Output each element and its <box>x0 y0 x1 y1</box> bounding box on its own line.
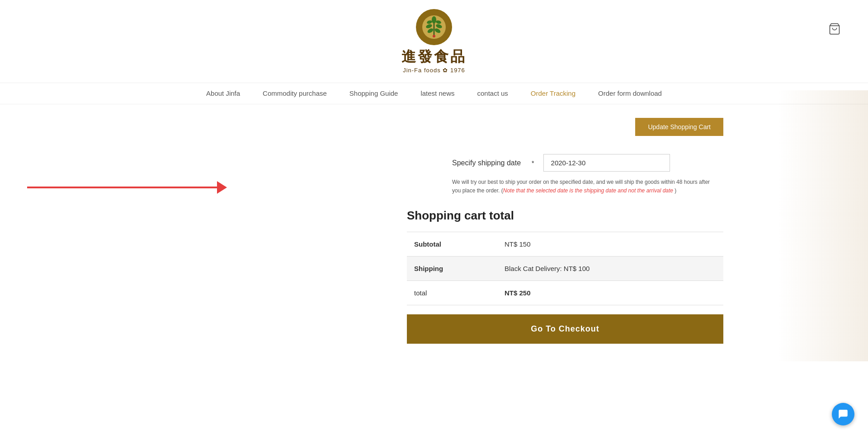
cart-total-section: Shopping cart total Subtotal NT$ 150 Shi… <box>407 209 723 305</box>
table-row-total: total NT$ 250 <box>407 281 723 305</box>
nav-item-about[interactable]: About Jinfa <box>206 89 240 98</box>
chat-bubble[interactable] <box>832 403 854 425</box>
logo-container: 進發食品 Jin-Fa foods ✿ 1976 <box>401 9 467 74</box>
main-content: Update Shopping Cart Specify shipping da… <box>118 104 750 357</box>
shipping-date-label: Specify shipping date <box>452 159 521 167</box>
table-row-subtotal: Subtotal NT$ 150 <box>407 232 723 257</box>
nav-item-commodity[interactable]: Commodity purchase <box>263 89 327 98</box>
nav-link-news[interactable]: latest news <box>420 89 454 97</box>
shipping-date-section: Specify shipping date * We will try our … <box>407 154 723 195</box>
bg-decoration <box>778 90 868 361</box>
nav-item-order-form[interactable]: Order form download <box>598 89 662 98</box>
logo-icon <box>416 9 452 45</box>
shipping-red-note: Note that the selected date is the shipp… <box>503 187 673 194</box>
nav-link-order-form[interactable]: Order form download <box>598 89 662 97</box>
total-label: total <box>407 281 497 305</box>
nav-list: About Jinfa Commodity purchase Shopping … <box>0 89 868 98</box>
arrow-line <box>27 187 217 188</box>
svg-point-9 <box>432 16 436 23</box>
shipping-date-input[interactable] <box>543 154 670 172</box>
nav-link-commodity[interactable]: Commodity purchase <box>263 89 327 97</box>
red-arrow <box>27 181 227 194</box>
shipping-info-text: We will try our best to ship your order … <box>452 178 714 195</box>
cart-icon-top[interactable] <box>828 23 841 37</box>
checkout-button[interactable]: Go To Checkout <box>407 314 723 344</box>
nav-item-guide[interactable]: Shopping Guide <box>349 89 398 98</box>
shipping-label: Shipping <box>407 257 497 281</box>
subtotal-value: NT$ 150 <box>497 232 723 257</box>
cart-total-table: Subtotal NT$ 150 Shipping Black Cat Deli… <box>407 232 723 305</box>
cart-total-title: Shopping cart total <box>407 209 723 223</box>
arrow-head <box>217 181 227 194</box>
logo-en-text: Jin-Fa foods ✿ 1976 <box>403 67 465 74</box>
nav-link-guide[interactable]: Shopping Guide <box>349 89 398 97</box>
shipping-date-row: Specify shipping date * <box>452 154 723 172</box>
total-value: NT$ 250 <box>497 281 723 305</box>
logo-zh-text: 進發食品 <box>401 47 467 67</box>
nav-item-tracking[interactable]: Order Tracking <box>531 89 576 98</box>
nav-item-news[interactable]: latest news <box>420 89 454 98</box>
nav-link-about[interactable]: About Jinfa <box>206 89 240 97</box>
required-star: * <box>532 159 534 167</box>
update-cart-button[interactable]: Update Shopping Cart <box>635 118 723 136</box>
nav-link-contact[interactable]: contact us <box>477 89 508 97</box>
content-wrapper: Specify shipping date * We will try our … <box>235 154 723 344</box>
nav-item-contact[interactable]: contact us <box>477 89 508 98</box>
header: 進發食品 Jin-Fa foods ✿ 1976 <box>0 0 868 83</box>
main-nav: About Jinfa Commodity purchase Shopping … <box>0 83 868 104</box>
svg-point-10 <box>433 35 435 37</box>
table-row-shipping: Shipping Black Cat Delivery: NT$ 100 <box>407 257 723 281</box>
nav-link-tracking[interactable]: Order Tracking <box>531 89 576 97</box>
shipping-info-end: ) <box>673 187 676 194</box>
checkout-btn-row: Go To Checkout <box>407 314 723 344</box>
update-cart-row: Update Shopping Cart <box>145 118 723 136</box>
subtotal-label: Subtotal <box>407 232 497 257</box>
shipping-value: Black Cat Delivery: NT$ 100 <box>497 257 723 281</box>
